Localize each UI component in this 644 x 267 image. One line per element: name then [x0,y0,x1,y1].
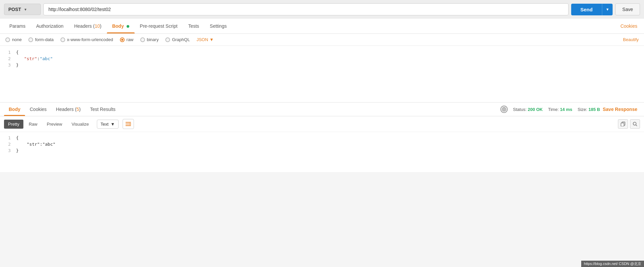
size-value: 185 B [589,107,600,112]
tab-prerequest[interactable]: Pre-request Script [135,19,183,33]
response-stats: Status: 200 OK Time: 14 ms Size: 185 B [500,106,600,113]
copy-button[interactable] [618,119,628,129]
text-type-chevron-icon: ▼ [111,122,115,127]
res-tab-test-results[interactable]: Test Results [86,103,120,116]
tab-authorization[interactable]: Authorization [31,19,69,33]
save-button[interactable]: Save [615,3,640,15]
binary-radio-circle [140,37,145,42]
json-type-select[interactable]: JSON ▼ [196,37,214,42]
res-tab-headers[interactable]: Headers (5) [51,103,86,116]
method-dropdown[interactable]: POST ▼ [4,4,41,15]
raw-radio-circle [120,37,125,42]
code-line-2: 2 "str":"abc" [0,55,644,62]
url-input[interactable] [43,3,569,15]
fmt-tab-visualize[interactable]: Visualize [67,120,93,129]
response-tabs: Body Cookies Headers (5) Test Results St [0,103,644,116]
send-button[interactable]: Send [571,4,602,15]
graphql-radio-circle [165,37,170,42]
none-radio[interactable]: none [5,37,22,42]
form-data-radio[interactable]: form-data [28,37,54,42]
status-value: 200 OK [528,107,543,112]
search-response-button[interactable] [630,119,640,129]
send-dropdown-button[interactable]: ▼ [602,4,613,15]
request-tabs: Params Authorization Headers (10) Body P… [0,19,644,34]
svg-point-7 [633,122,636,125]
tab-params[interactable]: Params [4,19,31,33]
time-label: Time: 14 ms [548,107,573,112]
fmt-tab-preview[interactable]: Preview [43,120,66,129]
send-btn-group: Send ▼ [571,4,613,15]
res-tab-body[interactable]: Body [4,103,25,116]
globe-icon[interactable] [500,106,508,113]
fmt-tab-pretty[interactable]: Pretty [4,120,23,129]
body-dot [127,25,129,28]
res-code-line-3: 3 } [0,147,644,154]
binary-radio[interactable]: binary [140,37,159,42]
svg-rect-6 [621,123,624,126]
method-chevron-icon: ▼ [24,8,27,11]
svg-line-8 [636,125,637,126]
cookies-link[interactable]: Cookies [618,19,640,33]
response-text-type-dropdown[interactable]: Text ▼ [97,120,119,129]
response-body: 1 { 2 "str":"abc" 3 } [0,132,644,172]
fmt-tab-raw[interactable]: Raw [25,120,41,129]
tab-settings[interactable]: Settings [204,19,232,33]
beautify-button[interactable]: Beautify [623,37,639,42]
top-bar: POST ▼ Send ▼ Save [0,0,644,19]
size-label: Size: 185 B [578,107,600,112]
tab-headers[interactable]: Headers (10) [69,19,107,33]
graphql-radio[interactable]: GraphQL [165,37,190,42]
code-line-1: 1 { [0,49,644,55]
request-code-editor[interactable]: 1 { 2 "str":"abc" 3 } [0,46,644,103]
res-tab-cookies[interactable]: Cookies [25,103,51,116]
res-code-line-1: 1 { [0,135,644,141]
method-label: POST [8,7,21,12]
response-format-bar: Pretty Raw Preview Visualize Text ▼ [0,116,644,132]
response-section: Body Cookies Headers (5) Test Results St [0,103,644,172]
tab-tests[interactable]: Tests [183,19,204,33]
none-radio-circle [5,37,10,42]
form-data-radio-circle [28,37,33,42]
res-code-line-2: 2 "str":"abc" [0,141,644,147]
save-response-button[interactable]: Save Response [600,103,640,116]
tab-body[interactable]: Body [107,19,135,33]
response-toolbar-right [618,119,640,129]
wrap-button[interactable] [123,119,134,129]
urlencoded-radio[interactable]: x-www-form-urlencoded [60,37,113,42]
urlencoded-radio-circle [60,37,65,42]
json-chevron-icon: ▼ [209,37,214,42]
status-label: Status: 200 OK [513,107,543,112]
body-type-bar: none form-data x-www-form-urlencoded raw… [0,34,644,46]
time-value: 14 ms [560,107,572,112]
raw-radio[interactable]: raw [120,37,134,42]
code-line-3: 3 } [0,62,644,68]
